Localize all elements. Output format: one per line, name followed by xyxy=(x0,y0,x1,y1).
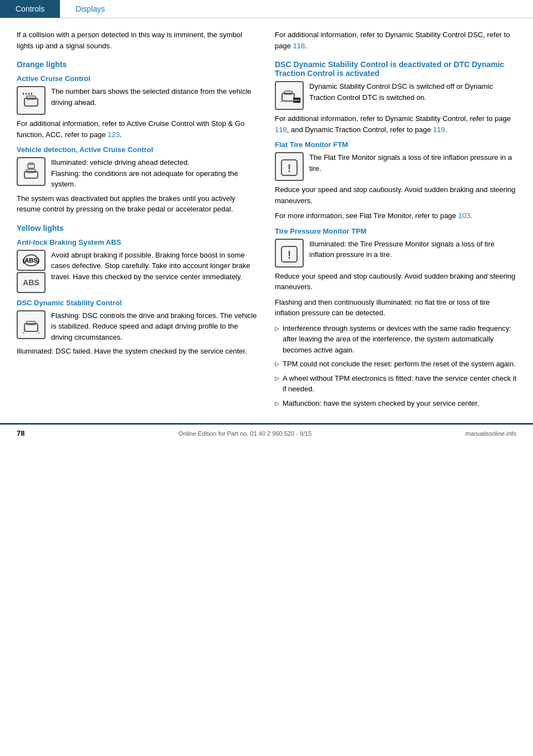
flat-tire-icon-row: ! The Flat Tire Monitor signals a loss o… xyxy=(275,152,516,181)
abs-icons: (ABS) ABS xyxy=(17,250,46,293)
dsc-additional-text: For additional information, refer to Dyn… xyxy=(275,29,516,51)
tpm-bullet-4: Malfunction: have the system checked by … xyxy=(275,398,516,409)
tpm-text1: Reduce your speed and stop cautiously. A… xyxy=(275,271,516,293)
dsc-deactivated-icon-row: OFF Dynamic Stability Control DSC is swi… xyxy=(275,81,516,110)
dsc-icon-row: Flashing: DSC controls the drive and bra… xyxy=(17,310,258,343)
yellow-lights-heading: Yellow lights xyxy=(17,224,258,233)
vehicle-detect-icon-row: Illuminated: vehicle driving ahead detec… xyxy=(17,157,258,190)
flat-tire-icon: ! xyxy=(275,152,304,181)
tpm-icon-text: Illuminated: the Tire Pressure Monitor s… xyxy=(309,239,516,260)
nav-tabs: Controls Displays xyxy=(0,0,533,18)
footer: 78 Online Edition for Part no. 01 40 2 9… xyxy=(0,423,533,442)
flat-tire-text2: For more information, see Flat Tire Moni… xyxy=(275,210,516,221)
active-cruise-page-link[interactable]: 123 xyxy=(108,130,120,139)
left-column: If a collision with a person detected in… xyxy=(17,29,258,412)
vehicle-detect-text: The system was deactivated but applies t… xyxy=(17,193,258,215)
flat-tire-heading: Flat Tire Monitor FTM xyxy=(275,140,516,149)
vehicle-detect-heading: Vehicle detection, Active Cruise Control xyxy=(17,145,258,154)
dsc-page1-link[interactable]: 118 xyxy=(275,125,287,134)
main-content: If a collision with a person detected in… xyxy=(0,18,533,423)
tpm-icon-row: ! Illuminated: the Tire Pressure Monitor… xyxy=(275,239,516,268)
svg-text:!: ! xyxy=(288,249,291,261)
tpm-bullet-2: TPM could not conclude the reset: perfor… xyxy=(275,359,516,370)
dsc-illuminated-text: Illuminated: DSC failed. Have the system… xyxy=(17,346,258,357)
active-cruise-icon-text: The number bars shows the selected dista… xyxy=(51,86,258,108)
intro-text: If a collision with a person detected in… xyxy=(17,29,258,51)
svg-text:!: ! xyxy=(288,162,291,174)
tab-controls[interactable]: Controls xyxy=(0,0,60,18)
right-column: For additional information, refer to Dyn… xyxy=(275,29,516,412)
dsc-page-link[interactable]: 118 xyxy=(293,42,305,50)
abs-heading: Anti-lock Braking System ABS xyxy=(17,238,258,246)
flat-tire-page-link[interactable]: 103 xyxy=(458,211,470,220)
tpm-bullet-1: Interference through systems or devices … xyxy=(275,323,516,356)
active-cruise-icon xyxy=(17,86,46,115)
abs-text: Avoid abrupt braking if possible. Brakin… xyxy=(51,250,258,283)
dsc-dynamic-heading: DSC Dynamic Stability Control xyxy=(17,299,258,307)
svg-text:OFF: OFF xyxy=(293,99,300,102)
vehicle-detect-icon-text: Illuminated: vehicle driving ahead detec… xyxy=(51,157,258,190)
page-number: 78 xyxy=(17,429,24,437)
orange-lights-heading: Orange lights xyxy=(17,60,258,69)
tpm-bullet-3: A wheel without TPM electronics is fitte… xyxy=(275,373,516,395)
footer-text: Online Edition for Part no. 01 40 2 960 … xyxy=(179,430,312,437)
abs-text-icon: ABS xyxy=(17,272,46,293)
active-cruise-icon-row: The number bars shows the selected dista… xyxy=(17,86,258,115)
tpm-icon: ! xyxy=(275,239,304,268)
active-cruise-text: For additional information, refer to Act… xyxy=(17,118,258,140)
tpm-heading: Tire Pressure Monitor TPM xyxy=(275,227,516,235)
tab-displays[interactable]: Displays xyxy=(60,0,120,18)
flat-tire-text1: Reduce your speed and stop cautiously. A… xyxy=(275,184,516,206)
dsc-deactivated-icon-text: Dynamic Stability Control DSC is switche… xyxy=(309,81,516,103)
flat-tire-icon-text: The Flat Tire Monitor signals a loss of … xyxy=(309,152,516,174)
dsc-deactivated-heading: DSC Dynamic Stability Control is deactiv… xyxy=(275,60,516,78)
dsc-icon-text: Flashing: DSC controls the drive and bra… xyxy=(51,310,258,343)
dsc-deactivated-para: For additional information, refer to Dyn… xyxy=(275,113,516,135)
active-cruise-heading: Active Cruise Control xyxy=(17,74,258,83)
abs-icon-row: (ABS) ABS Avoid abrupt braking if possib… xyxy=(17,250,258,293)
footer-brand: manualsonline.info xyxy=(465,430,516,437)
vehicle-detect-icon xyxy=(17,157,46,186)
tpm-bullet-list: Interference through systems or devices … xyxy=(275,323,516,409)
dsc-page2-link[interactable]: 119 xyxy=(433,125,445,134)
dsc-deactivated-icon: OFF xyxy=(275,81,304,110)
abs-circle-icon: (ABS) xyxy=(17,250,46,271)
dsc-icon xyxy=(17,310,46,339)
tpm-text2: Flashing and then continuously illuminat… xyxy=(275,297,516,319)
